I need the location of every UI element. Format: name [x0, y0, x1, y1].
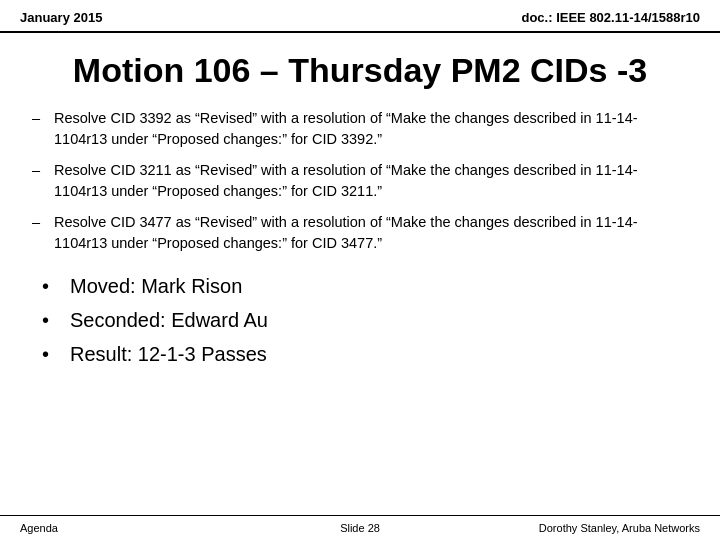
dash-text-1: Resolve CID 3392 as “Revised” with a res…	[54, 108, 688, 150]
footer-author: Dorothy Stanley, Aruba Networks	[473, 522, 700, 534]
dot-text-3: Result: 12-1-3 Passes	[70, 340, 267, 368]
dash-symbol-2: –	[32, 160, 54, 181]
dot-symbol-3: •	[42, 340, 70, 368]
dot-item-1: • Moved: Mark Rison	[42, 272, 688, 300]
footer-bar: Agenda Slide 28 Dorothy Stanley, Aruba N…	[0, 515, 720, 540]
dash-items-section: – Resolve CID 3392 as “Revised” with a r…	[32, 108, 688, 254]
dash-item-2: – Resolve CID 3211 as “Revised” with a r…	[32, 160, 688, 202]
content-area: – Resolve CID 3392 as “Revised” with a r…	[0, 104, 720, 384]
dot-symbol-1: •	[42, 272, 70, 300]
header-date: January 2015	[20, 10, 102, 25]
dot-text-1: Moved: Mark Rison	[70, 272, 242, 300]
slide-container: January 2015 doc.: IEEE 802.11-14/1588r1…	[0, 0, 720, 540]
dash-item-1: – Resolve CID 3392 as “Revised” with a r…	[32, 108, 688, 150]
dash-symbol-3: –	[32, 212, 54, 233]
dot-item-3: • Result: 12-1-3 Passes	[42, 340, 688, 368]
dot-items-section: • Moved: Mark Rison • Seconded: Edward A…	[32, 272, 688, 368]
dot-text-2: Seconded: Edward Au	[70, 306, 268, 334]
dot-symbol-2: •	[42, 306, 70, 334]
dash-text-2: Resolve CID 3211 as “Revised” with a res…	[54, 160, 688, 202]
dot-item-2: • Seconded: Edward Au	[42, 306, 688, 334]
dash-symbol-1: –	[32, 108, 54, 129]
footer-agenda: Agenda	[20, 522, 247, 534]
dash-text-3: Resolve CID 3477 as “Revised” with a res…	[54, 212, 688, 254]
header-doc: doc.: IEEE 802.11-14/1588r10	[521, 10, 700, 25]
dash-item-3: – Resolve CID 3477 as “Revised” with a r…	[32, 212, 688, 254]
header-bar: January 2015 doc.: IEEE 802.11-14/1588r1…	[0, 0, 720, 33]
slide-title: Motion 106 – Thursday PM2 CIDs -3	[0, 33, 720, 104]
footer-slide: Slide 28	[247, 522, 474, 534]
